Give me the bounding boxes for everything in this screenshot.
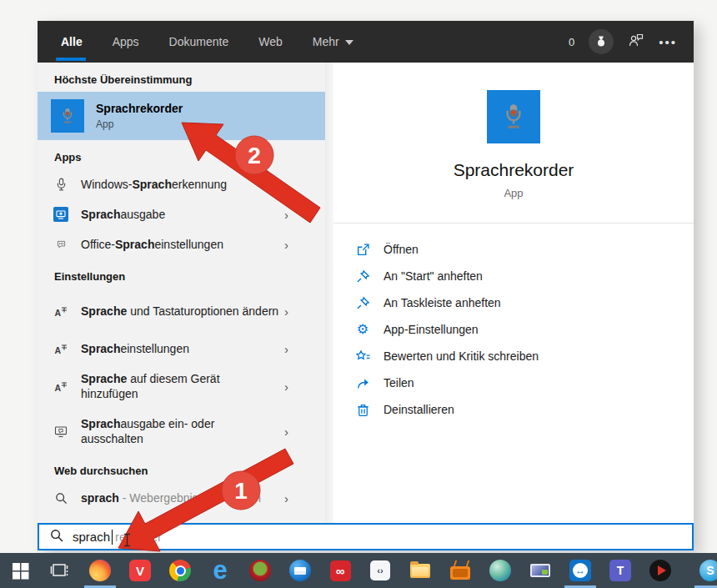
tab-mehr[interactable]: Mehr — [313, 21, 353, 63]
chevron-right-icon: › — [284, 342, 288, 356]
web-search-result[interactable]: sprach - Webergebnisse anzeigen › — [38, 483, 325, 513]
chevron-right-icon: › — [284, 208, 288, 222]
search-typed-text: sprach — [73, 530, 110, 544]
section-apps-header: Apps — [38, 140, 325, 169]
share-icon — [355, 376, 370, 390]
action-open[interactable]: Öffnen — [355, 236, 694, 263]
search-tabs-bar: Alle Apps Dokumente Web Mehr 0 ••• — [38, 21, 694, 63]
taskbar-thunderbird-icon[interactable] — [280, 553, 320, 588]
taskbar-remote-desktop-icon[interactable] — [520, 553, 560, 588]
chevron-right-icon: › — [284, 379, 288, 394]
chevron-right-icon: › — [284, 491, 288, 505]
taskbar-chrome-icon[interactable] — [160, 553, 200, 588]
results-panel: Höchste Übereinstimmung Sprac — [38, 63, 325, 523]
taskbar-adobe-cc-icon[interactable]: ∞ — [320, 553, 360, 588]
rate-review-icon — [355, 349, 370, 364]
svg-text:A: A — [55, 308, 62, 318]
microphone-icon — [53, 178, 69, 191]
taskbar-tv-app-icon[interactable] — [440, 553, 480, 588]
setting-sprachausgabe-toggle[interactable]: Sprachausgabe ein- oder ausschalten › — [38, 409, 325, 454]
start-button[interactable] — [0, 553, 40, 588]
preview-panel: Sprachrekorder App Öffnen — [333, 63, 694, 523]
narrator-toggle-icon — [53, 425, 69, 438]
chevron-right-icon: › — [284, 425, 288, 439]
chevron-right-icon: › — [284, 178, 288, 192]
taskbar: V e ∞ ‹› ↔ T S — [0, 553, 717, 588]
action-pin-start[interactable]: An "Start" anheften — [355, 263, 694, 289]
taskbar-firefox-icon[interactable] — [80, 553, 120, 588]
tab-web[interactable]: Web — [258, 21, 283, 63]
chevron-right-icon: › — [284, 304, 288, 319]
task-view-button[interactable] — [40, 553, 80, 588]
best-match-result[interactable]: Sprachrekorder App — [38, 92, 325, 140]
best-match-title: Sprachrekorder — [96, 102, 183, 115]
tab-apps[interactable]: Apps — [113, 21, 139, 63]
more-options-icon[interactable]: ••• — [659, 35, 677, 49]
rewards-medal-icon[interactable] — [589, 29, 614, 54]
svg-text:A: A — [55, 383, 62, 393]
taskbar-teamviewer-icon[interactable]: ↔ — [560, 553, 600, 588]
preview-actions: Öffnen An "Start" anheften — [333, 224, 694, 423]
action-rate-review[interactable]: Bewerten und Kritik schreiben — [355, 343, 694, 369]
feedback-icon[interactable] — [628, 33, 644, 51]
search-flyout: Alle Apps Dokumente Web Mehr 0 ••• — [38, 21, 694, 550]
desktop: Alle Apps Dokumente Web Mehr 0 ••• — [0, 0, 717, 588]
taskbar-chat-app-icon[interactable]: ‹› — [360, 553, 400, 588]
taskbar-app-red-icon[interactable] — [240, 553, 280, 588]
voice-recorder-app-icon — [51, 99, 84, 133]
section-web-header: Web durchsuchen — [38, 454, 325, 483]
chevron-down-icon — [345, 40, 353, 45]
action-share[interactable]: Teilen — [355, 369, 694, 396]
result-sprachausgabe[interactable]: Sprachausgabe › — [38, 199, 325, 229]
open-icon — [355, 243, 370, 257]
trash-icon — [355, 403, 370, 417]
voice-recorder-app-icon-large — [487, 90, 540, 143]
search-input[interactable]: sprach rekorder — [38, 523, 694, 550]
pin-icon — [355, 269, 370, 284]
language-icon: A — [53, 343, 69, 355]
search-icon — [53, 492, 69, 505]
rewards-points: 0 — [569, 36, 574, 48]
taskbar-file-explorer-icon[interactable] — [400, 553, 440, 588]
search-suggestion-text: rekorder — [115, 530, 162, 544]
setting-sprache-tastaturoptionen[interactable]: A Sprache und Tastaturoptionen ändern › — [38, 289, 325, 334]
search-icon — [50, 529, 63, 545]
action-uninstall[interactable]: Deinstallieren — [355, 396, 694, 423]
panel-divider — [325, 63, 333, 523]
preview-app-title: Sprachrekorder — [333, 160, 694, 180]
gear-icon: ⚙ — [355, 323, 370, 336]
pin-icon — [355, 296, 370, 310]
result-windows-spracherkennung[interactable]: Windows-Spracherkennung › — [38, 169, 325, 199]
tab-alle[interactable]: Alle — [61, 21, 83, 63]
action-app-settings[interactable]: ⚙ App-Einstellungen — [355, 316, 694, 343]
tab-dokumente[interactable]: Dokumente — [169, 21, 229, 63]
svg-text:A: A — [55, 345, 62, 355]
setting-spracheinstellungen[interactable]: A Spracheinstellungen › — [38, 334, 325, 364]
result-office-spracheinstellungen[interactable]: Office-Spracheinstellungen › — [38, 229, 325, 259]
language-icon: A — [53, 380, 69, 393]
narrator-app-icon — [53, 207, 69, 222]
taskbar-skype-icon[interactable]: S — [690, 553, 717, 588]
setting-sprache-hinzufuegen[interactable]: A Sprache auf diesem Gerät hinzufügen › — [38, 364, 325, 409]
section-settings-header: Einstellungen — [38, 259, 325, 289]
preview-app-subtitle: App — [333, 187, 694, 199]
best-match-subtitle: App — [96, 118, 183, 130]
taskbar-vivaldi-icon[interactable]: V — [120, 553, 160, 588]
chevron-right-icon: › — [284, 238, 288, 252]
taskbar-edge-icon[interactable]: e — [200, 553, 240, 588]
language-icon: A — [53, 305, 69, 318]
section-best-match-header: Höchste Übereinstimmung — [38, 63, 325, 92]
action-pin-taskbar[interactable]: An Taskleiste anheften — [355, 289, 694, 316]
taskbar-media-player-icon[interactable] — [640, 553, 680, 588]
taskbar-teams-icon[interactable]: T — [600, 553, 640, 588]
taskbar-cisco-anyconnect-icon[interactable] — [480, 553, 520, 588]
text-caret — [112, 530, 113, 545]
office-speech-icon — [53, 240, 69, 249]
